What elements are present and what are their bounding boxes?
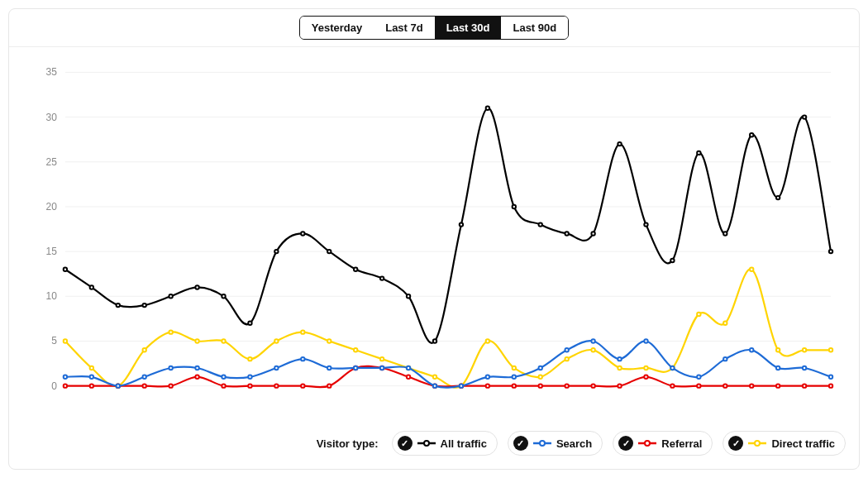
svg-point-74 bbox=[222, 375, 225, 379]
legend-item-all[interactable]: ✓All traffic bbox=[392, 431, 498, 456]
svg-point-38 bbox=[64, 384, 67, 387]
svg-point-13 bbox=[195, 339, 198, 342]
y-tick-label: 5 bbox=[51, 335, 57, 346]
svg-point-60 bbox=[644, 375, 647, 379]
period-option-last-30d[interactable]: Last 30d bbox=[435, 17, 502, 39]
svg-point-44 bbox=[222, 384, 225, 387]
svg-point-19 bbox=[354, 348, 357, 351]
svg-point-26 bbox=[539, 375, 542, 379]
chart-area: 05101520253035 bbox=[9, 47, 859, 421]
svg-point-120 bbox=[644, 222, 647, 226]
svg-point-69 bbox=[90, 375, 93, 379]
svg-point-14 bbox=[222, 339, 225, 342]
legend-label: Direct traffic bbox=[771, 437, 835, 450]
svg-point-73 bbox=[195, 366, 198, 370]
svg-point-126 bbox=[803, 115, 806, 118]
y-tick-label: 25 bbox=[46, 156, 58, 168]
series-swatch-direct bbox=[748, 439, 766, 447]
svg-point-35 bbox=[776, 348, 780, 351]
period-option-last-7d[interactable]: Last 7d bbox=[374, 17, 435, 39]
legend-item-search[interactable]: ✓Search bbox=[508, 431, 603, 456]
svg-point-41 bbox=[143, 384, 146, 387]
svg-point-16 bbox=[274, 339, 278, 342]
svg-point-92 bbox=[697, 375, 700, 379]
svg-point-102 bbox=[169, 294, 172, 298]
svg-point-12 bbox=[169, 330, 172, 333]
svg-point-28 bbox=[591, 348, 594, 351]
y-tick-label: 35 bbox=[46, 66, 58, 78]
svg-point-68 bbox=[64, 375, 67, 379]
svg-point-109 bbox=[354, 268, 357, 271]
svg-point-34 bbox=[750, 268, 753, 271]
svg-point-15 bbox=[248, 357, 251, 361]
svg-point-121 bbox=[670, 259, 674, 262]
svg-point-63 bbox=[723, 384, 727, 387]
svg-point-135 bbox=[755, 441, 760, 446]
svg-point-30 bbox=[644, 366, 647, 370]
svg-point-104 bbox=[222, 294, 225, 298]
y-tick-label: 30 bbox=[46, 112, 58, 123]
svg-point-66 bbox=[803, 384, 806, 387]
svg-point-105 bbox=[248, 322, 251, 325]
svg-point-111 bbox=[407, 294, 410, 298]
period-option-last-90d[interactable]: Last 90d bbox=[501, 17, 568, 39]
svg-point-118 bbox=[591, 232, 594, 235]
svg-point-95 bbox=[776, 366, 780, 370]
svg-point-59 bbox=[618, 384, 621, 387]
svg-point-46 bbox=[274, 384, 278, 387]
period-toolbar: YesterdayLast 7dLast 30dLast 90d bbox=[9, 9, 859, 47]
svg-point-51 bbox=[407, 375, 410, 379]
legend-bar: Visitor type: ✓All traffic✓Search✓Referr… bbox=[9, 421, 859, 469]
svg-point-133 bbox=[645, 441, 650, 446]
check-icon: ✓ bbox=[618, 436, 633, 451]
svg-point-106 bbox=[274, 250, 278, 253]
y-tick-label: 15 bbox=[46, 246, 58, 257]
series-swatch-referral bbox=[638, 439, 656, 447]
y-tick-label: 0 bbox=[51, 380, 57, 392]
svg-point-86 bbox=[539, 366, 542, 370]
svg-point-45 bbox=[248, 384, 251, 387]
svg-point-17 bbox=[301, 330, 304, 333]
svg-point-108 bbox=[327, 250, 331, 253]
series-swatch-search bbox=[533, 439, 551, 447]
svg-point-103 bbox=[195, 285, 198, 289]
svg-point-116 bbox=[539, 222, 542, 226]
svg-point-81 bbox=[407, 366, 410, 370]
svg-point-67 bbox=[829, 384, 832, 387]
svg-point-71 bbox=[143, 375, 146, 379]
svg-point-131 bbox=[540, 441, 545, 446]
legend-label: Search bbox=[556, 437, 592, 450]
svg-point-32 bbox=[697, 313, 700, 316]
legend-title: Visitor type: bbox=[317, 437, 379, 450]
svg-point-115 bbox=[513, 205, 516, 208]
svg-point-20 bbox=[380, 357, 384, 361]
legend-item-direct[interactable]: ✓Direct traffic bbox=[723, 431, 846, 456]
svg-point-77 bbox=[301, 357, 304, 361]
svg-point-24 bbox=[486, 339, 489, 342]
svg-point-25 bbox=[513, 366, 516, 370]
period-selector: YesterdayLast 7dLast 30dLast 90d bbox=[299, 16, 569, 40]
svg-point-85 bbox=[513, 375, 516, 379]
svg-point-125 bbox=[776, 196, 780, 199]
svg-point-113 bbox=[460, 222, 463, 226]
svg-point-55 bbox=[513, 384, 516, 387]
svg-point-8 bbox=[64, 339, 67, 342]
svg-point-29 bbox=[618, 366, 621, 370]
svg-point-78 bbox=[327, 366, 331, 370]
svg-point-58 bbox=[591, 384, 594, 387]
svg-point-47 bbox=[301, 384, 304, 387]
y-tick-label: 10 bbox=[46, 290, 58, 302]
svg-point-57 bbox=[565, 384, 568, 387]
svg-point-9 bbox=[90, 366, 93, 370]
legend-item-referral[interactable]: ✓Referral bbox=[613, 431, 713, 456]
svg-point-90 bbox=[644, 339, 647, 342]
svg-point-54 bbox=[486, 384, 489, 387]
svg-point-99 bbox=[90, 285, 93, 289]
series-search bbox=[64, 339, 833, 388]
svg-point-33 bbox=[723, 322, 727, 325]
grid: 05101520253035 bbox=[46, 66, 831, 391]
svg-point-87 bbox=[565, 348, 568, 351]
svg-point-94 bbox=[750, 348, 753, 351]
svg-point-56 bbox=[539, 384, 542, 387]
period-option-yesterday[interactable]: Yesterday bbox=[300, 17, 374, 39]
